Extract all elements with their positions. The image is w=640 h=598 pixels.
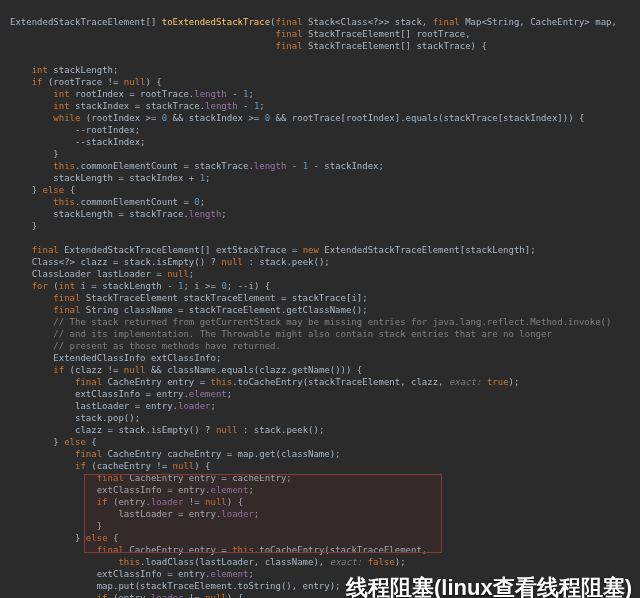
code-content: ExtendedStackTraceElement[] toExtendedSt… <box>10 16 640 598</box>
code-editor[interactable]: ExtendedStackTraceElement[] toExtendedSt… <box>0 0 640 598</box>
image-caption: 线程阻塞(linux查看线程阻塞) <box>346 582 632 594</box>
